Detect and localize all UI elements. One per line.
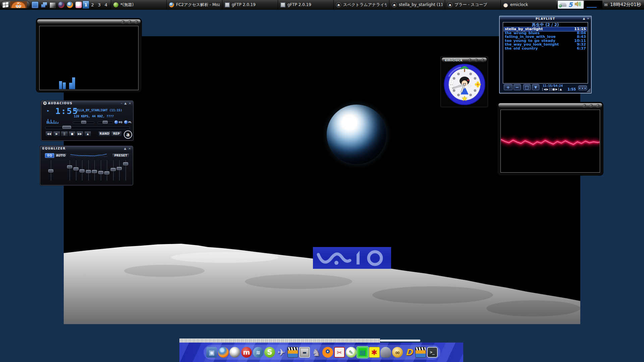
transport-button-icon[interactable]: || xyxy=(61,131,68,136)
printer-network-icon[interactable] xyxy=(560,3,567,7)
balance-knob[interactable] xyxy=(81,121,86,124)
video-editor-icon[interactable] xyxy=(287,347,298,358)
eq-band-slider-1[interactable] xyxy=(67,160,72,181)
speaker-icon[interactable] xyxy=(575,1,581,8)
workspace-2[interactable]: 2 xyxy=(89,1,96,9)
monitor-icon[interactable]: ▬ xyxy=(299,347,310,358)
show-desktop-icon[interactable] xyxy=(32,1,39,8)
minimize-icon[interactable]: – xyxy=(121,102,122,105)
window-button-icon[interactable] xyxy=(583,104,586,108)
playlist-track-row[interactable]: stella_by_starlight11:15 xyxy=(504,27,587,31)
slider-handle[interactable] xyxy=(92,170,97,173)
close-icon[interactable]: × xyxy=(128,147,131,150)
slider-handle[interactable] xyxy=(73,167,78,170)
bluefish-icon[interactable]: ≋ xyxy=(253,347,264,358)
slider-handle[interactable] xyxy=(79,169,85,172)
playlist-remove-button[interactable]: − xyxy=(514,84,521,90)
emiclock-titlebar[interactable]: emiclock xyxy=(442,58,487,62)
firefox-launcher-icon[interactable] xyxy=(67,2,73,8)
gradient-app-icon[interactable] xyxy=(50,2,56,8)
eq-band-slider-4[interactable] xyxy=(86,160,91,181)
eq-band-slider-3[interactable] xyxy=(79,160,85,181)
pl-toggle-icon[interactable] xyxy=(124,120,128,124)
transport-button-icon[interactable]: ▶▶ xyxy=(76,131,84,136)
playlist-track-row[interactable]: too_young_to_go_steady10:11 xyxy=(504,39,587,43)
window-button-icon[interactable] xyxy=(121,20,125,24)
links-icon[interactable]: ∞ xyxy=(392,347,403,358)
playlist-transport-icon[interactable]: ▶ xyxy=(546,88,549,91)
eq-band-slider-8[interactable] xyxy=(111,160,116,181)
screens-dock-icon[interactable]: ▣ xyxy=(206,347,217,358)
playlist-track-row[interactable]: the_way_you_look_tonight9:32 xyxy=(504,43,587,47)
transport-button-icon[interactable]: ▶ xyxy=(53,131,60,136)
slider-handle[interactable] xyxy=(86,170,91,173)
pdf-tool-icon[interactable]: ✂ xyxy=(334,347,345,358)
transport-button-icon[interactable]: ■ xyxy=(68,131,76,136)
slider-handle[interactable] xyxy=(48,169,53,172)
taskbar-task[interactable]: gFTP 2.0.19 xyxy=(222,0,278,9)
taskbar-task[interactable]: aスペクトラムアナライザ xyxy=(333,0,389,9)
taskbar-task[interactable]: astella_by_starlight (11:1... xyxy=(389,0,445,9)
workspace-3[interactable]: 3 xyxy=(96,1,103,9)
slider-handle[interactable] xyxy=(111,168,116,171)
slider-handle[interactable] xyxy=(123,162,128,165)
seek-bar[interactable] xyxy=(45,127,130,129)
spectrum-titlebar[interactable] xyxy=(37,19,141,24)
playlist-transport-icon[interactable]: |◀ xyxy=(542,88,546,91)
workspace-4[interactable]: 4 xyxy=(103,1,109,9)
playlist-track-row[interactable]: falling_in_love_with_love8:43 xyxy=(504,35,587,39)
window-button-icon[interactable] xyxy=(475,58,478,62)
balance-slider[interactable] xyxy=(73,122,94,124)
rand-button[interactable]: RAND xyxy=(98,131,111,136)
blur-scope-titlebar[interactable] xyxy=(498,103,602,108)
eq-on-button[interactable]: EQ xyxy=(45,153,54,158)
slider-handle[interactable] xyxy=(104,171,109,174)
window-button-icon[interactable] xyxy=(468,58,472,62)
slider-handle[interactable] xyxy=(67,165,72,168)
playlist-track-row[interactable]: the_wrong_blues8:04 xyxy=(504,31,587,35)
sphere-app-icon[interactable] xyxy=(58,2,64,8)
playlist-track-row[interactable]: the_old_country6:37 xyxy=(504,47,587,51)
notes-icon[interactable]: ✎ xyxy=(346,347,357,358)
shade-icon[interactable]: ▲ xyxy=(583,17,585,20)
pl-toggle-label[interactable]: PL xyxy=(128,121,132,124)
mini-visualizer[interactable] xyxy=(47,118,63,124)
rep-button[interactable]: REP xyxy=(111,131,122,136)
chip-window-icon[interactable]: ▤ xyxy=(357,347,368,358)
window-button-icon[interactable] xyxy=(135,20,138,24)
chess-knight-icon[interactable]: ♞ xyxy=(311,347,322,358)
transport-button-icon[interactable]: ◀◀ xyxy=(45,131,53,136)
resize-grip[interactable] xyxy=(586,88,591,93)
pink-app-icon[interactable] xyxy=(75,2,82,8)
paper-plane-icon[interactable]: ✈ xyxy=(276,347,287,358)
volume-knob[interactable] xyxy=(103,121,108,124)
mail-icon[interactable]: ✉ xyxy=(604,2,608,7)
playlist-titlebar[interactable]: PLAYLIST ▲ × xyxy=(500,16,591,21)
taskbar-task[interactable]: aブラー・スコープ xyxy=(445,0,500,9)
start-button[interactable] xyxy=(1,1,30,9)
taskbar-task[interactable]: *(無題) xyxy=(111,0,166,9)
window-button-icon[interactable] xyxy=(128,20,131,24)
eject-button[interactable]: ▲ xyxy=(84,131,91,136)
equalizer-titlebar[interactable]: EQUALIZER ▲ × xyxy=(40,146,133,151)
playlist-transport-icon[interactable]: ▶| xyxy=(555,88,560,91)
eq-band-slider-10[interactable] xyxy=(123,160,128,181)
taskbar-task[interactable]: gFTP 2.0.19 xyxy=(278,0,333,9)
seek-knob[interactable] xyxy=(62,126,71,129)
playlist-transport-icon[interactable]: || xyxy=(549,88,552,91)
taskbar-task[interactable]: emiclock xyxy=(500,0,556,9)
movie-player-icon[interactable] xyxy=(415,347,426,358)
maxthon-m-icon[interactable]: m xyxy=(241,347,252,358)
terminal-icon[interactable]: >_ xyxy=(427,347,438,358)
workspace-1[interactable]: 1 xyxy=(83,1,89,9)
volume-slider[interactable] xyxy=(98,122,113,124)
eq-band-slider-7[interactable] xyxy=(104,160,109,181)
slider-handle[interactable] xyxy=(98,171,103,174)
eq-band-slider-5[interactable] xyxy=(92,160,97,181)
web-globe-icon[interactable] xyxy=(229,347,240,358)
gold-ribbon-icon[interactable]: D xyxy=(404,347,415,358)
window-list-icon[interactable] xyxy=(41,2,47,8)
track-marquee[interactable]: STELLA_BY_STARLIGHT (11:15) xyxy=(73,109,131,112)
eq-auto-button[interactable]: AUTO xyxy=(55,153,67,158)
shade-icon[interactable]: ▲ xyxy=(124,102,127,105)
